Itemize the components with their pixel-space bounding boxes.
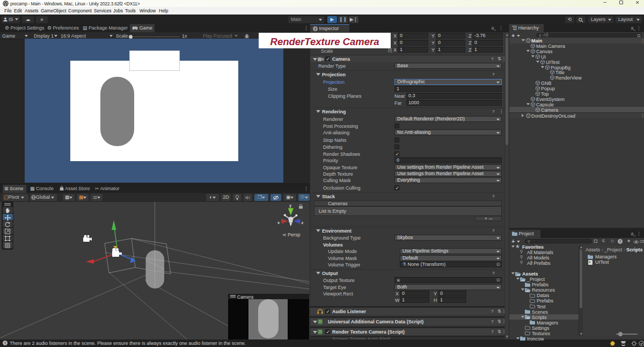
svg-text:⋖ Persp: ⋖ Persp — [282, 232, 301, 237]
svg-text:y: y — [289, 203, 292, 208]
svg-text:x: x — [277, 220, 280, 225]
svg-text:z: z — [302, 220, 304, 225]
